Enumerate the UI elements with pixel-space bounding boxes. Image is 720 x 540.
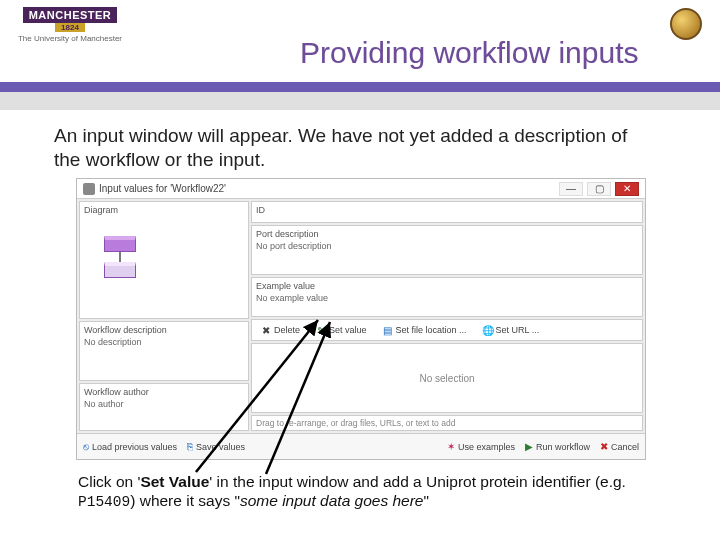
logo-main-text: MANCHESTER <box>23 7 118 23</box>
example-value-panel: Example value No example value <box>251 277 643 317</box>
workflow-description-title: Workflow description <box>84 325 244 335</box>
diagram-input-node <box>104 236 136 252</box>
value-panel[interactable]: No selection <box>251 343 643 413</box>
port-description-panel: Port description No port description <box>251 225 643 275</box>
diagram-output-node <box>104 262 136 278</box>
port-description-title: Port description <box>256 229 638 239</box>
outro-paragraph: Click on 'Set Value' in the input window… <box>78 472 678 512</box>
port-description-body: No port description <box>256 241 638 251</box>
logo-subtext: The University of Manchester <box>18 34 122 43</box>
workflow-description-panel: Workflow description No description <box>79 321 249 381</box>
outro-end: " <box>424 492 430 509</box>
load-label: Load previous values <box>92 442 177 452</box>
id-panel-title: ID <box>256 205 638 215</box>
outro-post: ) where it says " <box>130 492 240 509</box>
set-file-label: Set file location ... <box>396 325 467 335</box>
cancel-button[interactable]: ✖ Cancel <box>600 441 639 452</box>
example-value-body: No example value <box>256 293 638 303</box>
examples-icon: ✶ <box>447 441 455 452</box>
divider-grey <box>0 92 720 110</box>
intro-paragraph: An input window will appear. We have not… <box>54 124 654 172</box>
outro-bold: Set Value <box>140 473 209 490</box>
logo-year: 1824 <box>55 23 85 32</box>
app-icon <box>83 183 95 195</box>
run-icon: ▶ <box>525 441 533 452</box>
input-dialog-window: Input values for 'Workflow22' — ▢ ✕ Diag… <box>76 178 646 460</box>
example-value-title: Example value <box>256 281 638 291</box>
outro-mono: P15409 <box>78 494 130 510</box>
close-button[interactable]: ✕ <box>615 182 639 196</box>
set-url-label: Set URL ... <box>496 325 540 335</box>
save-label: Save values <box>196 442 245 452</box>
save-icon: ⎘ <box>187 441 193 452</box>
save-values-button[interactable]: ⎘ Save values <box>187 441 245 452</box>
delete-button[interactable]: ✖ Delete <box>256 323 305 337</box>
drag-hint: Drag to re-arrange, or drag files, URLs,… <box>251 415 643 431</box>
minimize-button[interactable]: — <box>559 182 583 196</box>
set-url-button[interactable]: 🌐 Set URL ... <box>478 323 545 337</box>
delete-icon: ✖ <box>261 325 271 335</box>
slide-title: Providing workflow inputs <box>300 36 700 70</box>
run-label: Run workflow <box>536 442 590 452</box>
workflow-author-panel: Workflow author No author <box>79 383 249 431</box>
diagram-panel-title: Diagram <box>84 205 244 215</box>
value-panel-text: No selection <box>419 373 474 384</box>
delete-label: Delete <box>274 325 300 335</box>
window-title: Input values for 'Workflow22' <box>99 183 555 194</box>
diagram-panel: Diagram <box>79 201 249 319</box>
bottom-bar: ⎋ Load previous values ⎘ Save values ✶ U… <box>77 433 645 459</box>
cancel-label: Cancel <box>611 442 639 452</box>
use-examples-button[interactable]: ✶ Use examples <box>447 441 515 452</box>
cancel-icon: ✖ <box>600 441 608 452</box>
workflow-author-title: Workflow author <box>84 387 244 397</box>
id-panel: ID <box>251 201 643 223</box>
set-value-button[interactable]: ✎ Set value <box>311 323 372 337</box>
workflow-author-body: No author <box>84 399 244 409</box>
maximize-button[interactable]: ▢ <box>587 182 611 196</box>
file-icon: ▤ <box>383 325 393 335</box>
value-toolbar: ✖ Delete ✎ Set value ▤ Set file location… <box>251 319 643 341</box>
load-icon: ⎋ <box>83 441 89 452</box>
workflow-description-body: No description <box>84 337 244 347</box>
outro-italic: some input data goes here <box>240 492 424 509</box>
divider-purple <box>0 82 720 92</box>
globe-icon: 🌐 <box>483 325 493 335</box>
titlebar: Input values for 'Workflow22' — ▢ ✕ <box>77 179 645 199</box>
load-previous-button[interactable]: ⎋ Load previous values <box>83 441 177 452</box>
set-value-label: Set value <box>329 325 367 335</box>
examples-label: Use examples <box>458 442 515 452</box>
set-file-button[interactable]: ▤ Set file location ... <box>378 323 472 337</box>
outro-mid: ' in the input window and add a Uniprot … <box>209 473 626 490</box>
edit-icon: ✎ <box>316 325 326 335</box>
diagram-connector <box>119 252 121 262</box>
university-logo: MANCHESTER 1824 The University of Manche… <box>10 6 130 44</box>
run-workflow-button[interactable]: ▶ Run workflow <box>525 441 590 452</box>
outro-pre: Click on ' <box>78 473 140 490</box>
